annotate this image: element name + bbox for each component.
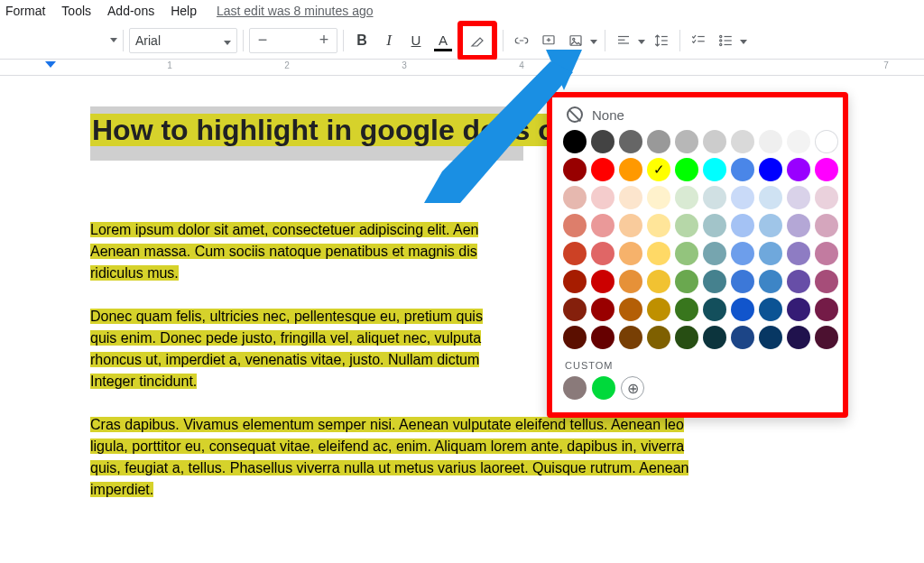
- color-swatch[interactable]: [703, 298, 726, 321]
- color-swatch[interactable]: [591, 130, 614, 153]
- chevron-down-icon[interactable]: [740, 33, 749, 47]
- color-swatch[interactable]: [815, 158, 838, 181]
- color-swatch[interactable]: [563, 298, 587, 321]
- color-swatch[interactable]: [563, 242, 587, 265]
- color-swatch[interactable]: [619, 186, 642, 209]
- menu-format[interactable]: Format: [5, 4, 45, 18]
- color-swatch[interactable]: [619, 158, 642, 181]
- color-swatch[interactable]: [731, 130, 754, 153]
- color-swatch[interactable]: [731, 298, 754, 321]
- color-swatch[interactable]: [703, 186, 726, 209]
- color-swatch[interactable]: [787, 270, 810, 293]
- color-swatch[interactable]: [563, 158, 587, 181]
- italic-button[interactable]: I: [376, 28, 402, 53]
- checklist-button[interactable]: [686, 28, 711, 53]
- color-swatch[interactable]: [787, 242, 810, 265]
- color-swatch[interactable]: [731, 158, 754, 181]
- paragraph-style-dropdown[interactable]: [90, 28, 117, 53]
- menu-help[interactable]: Help: [171, 4, 197, 18]
- color-swatch[interactable]: [759, 326, 782, 349]
- color-swatch[interactable]: [591, 214, 614, 237]
- color-swatch[interactable]: [759, 130, 782, 153]
- color-swatch[interactable]: [619, 214, 642, 237]
- color-swatch[interactable]: [703, 158, 726, 181]
- insert-image-button[interactable]: [563, 28, 588, 53]
- color-swatch[interactable]: [647, 158, 670, 181]
- color-swatch[interactable]: [787, 326, 810, 349]
- color-swatch[interactable]: [591, 158, 614, 181]
- color-swatch[interactable]: [759, 298, 782, 321]
- color-swatch[interactable]: [563, 130, 587, 153]
- color-swatch[interactable]: [759, 158, 782, 181]
- color-swatch[interactable]: [675, 298, 698, 321]
- indent-marker[interactable]: [45, 61, 56, 68]
- color-swatch[interactable]: [675, 130, 698, 153]
- text-color-button[interactable]: A: [430, 28, 456, 53]
- color-swatch[interactable]: [647, 326, 670, 349]
- color-swatch[interactable]: [703, 242, 726, 265]
- color-swatch[interactable]: [787, 186, 810, 209]
- paragraph-3[interactable]: Cras dapibus. Vivamus elementum semper n…: [90, 414, 848, 501]
- menu-tools[interactable]: Tools: [61, 4, 91, 18]
- color-swatch[interactable]: [787, 298, 810, 321]
- color-swatch[interactable]: [703, 326, 726, 349]
- font-family-select[interactable]: Arial: [129, 28, 237, 53]
- color-swatch[interactable]: [731, 242, 754, 265]
- color-swatch[interactable]: [619, 270, 642, 293]
- align-button[interactable]: [611, 28, 636, 53]
- color-swatch[interactable]: [563, 270, 587, 293]
- color-swatch[interactable]: [675, 186, 698, 209]
- bulleted-list-button[interactable]: [713, 28, 738, 53]
- color-swatch[interactable]: [647, 186, 670, 209]
- custom-color-swatch[interactable]: [563, 376, 587, 400]
- add-custom-color-button[interactable]: ⊕: [621, 376, 644, 400]
- color-swatch[interactable]: [815, 186, 838, 209]
- color-swatch[interactable]: [815, 242, 838, 265]
- line-spacing-button[interactable]: [649, 28, 674, 53]
- insert-comment-button[interactable]: [536, 28, 561, 53]
- custom-color-swatch[interactable]: [592, 376, 615, 400]
- color-swatch[interactable]: [815, 130, 838, 153]
- color-swatch[interactable]: [731, 326, 754, 349]
- color-swatch[interactable]: [563, 186, 587, 209]
- bold-button[interactable]: B: [349, 28, 374, 53]
- color-swatch[interactable]: [647, 298, 670, 321]
- color-swatch[interactable]: [675, 158, 698, 181]
- color-swatch[interactable]: [787, 214, 810, 237]
- color-swatch[interactable]: [731, 186, 754, 209]
- color-swatch[interactable]: [591, 242, 614, 265]
- color-swatch[interactable]: [563, 326, 587, 349]
- last-edit-text[interactable]: Last edit was 8 minutes ago: [217, 4, 374, 18]
- color-swatch[interactable]: [759, 186, 782, 209]
- color-swatch[interactable]: [675, 270, 698, 293]
- horizontal-ruler[interactable]: 1 2 3 4 7: [0, 60, 924, 76]
- color-swatch[interactable]: [759, 270, 782, 293]
- color-swatch[interactable]: [703, 270, 726, 293]
- color-swatch[interactable]: [647, 270, 670, 293]
- color-swatch[interactable]: [787, 158, 810, 181]
- increase-font-size-button[interactable]: +: [311, 31, 337, 50]
- color-swatch[interactable]: [675, 242, 698, 265]
- color-swatch[interactable]: [759, 214, 782, 237]
- highlight-color-button[interactable]: [465, 28, 490, 53]
- chevron-down-icon[interactable]: [638, 33, 647, 47]
- underline-button[interactable]: U: [403, 28, 429, 53]
- insert-link-button[interactable]: [509, 28, 534, 53]
- chevron-down-icon[interactable]: [590, 33, 599, 47]
- color-swatch[interactable]: [619, 242, 642, 265]
- color-swatch[interactable]: [731, 214, 754, 237]
- color-swatch[interactable]: [787, 130, 810, 153]
- color-swatch[interactable]: [815, 298, 838, 321]
- color-swatch[interactable]: [815, 270, 838, 293]
- color-swatch[interactable]: [675, 214, 698, 237]
- color-swatch[interactable]: [591, 186, 614, 209]
- color-swatch[interactable]: [647, 130, 670, 153]
- color-swatch[interactable]: [591, 270, 614, 293]
- document-heading[interactable]: How to highlight in google docs o: [90, 114, 558, 146]
- color-swatch[interactable]: [591, 298, 614, 321]
- color-swatch[interactable]: [815, 214, 838, 237]
- color-swatch[interactable]: [759, 242, 782, 265]
- menu-addons[interactable]: Add-ons: [107, 4, 154, 18]
- color-swatch[interactable]: [563, 214, 587, 237]
- color-swatch[interactable]: [647, 214, 670, 237]
